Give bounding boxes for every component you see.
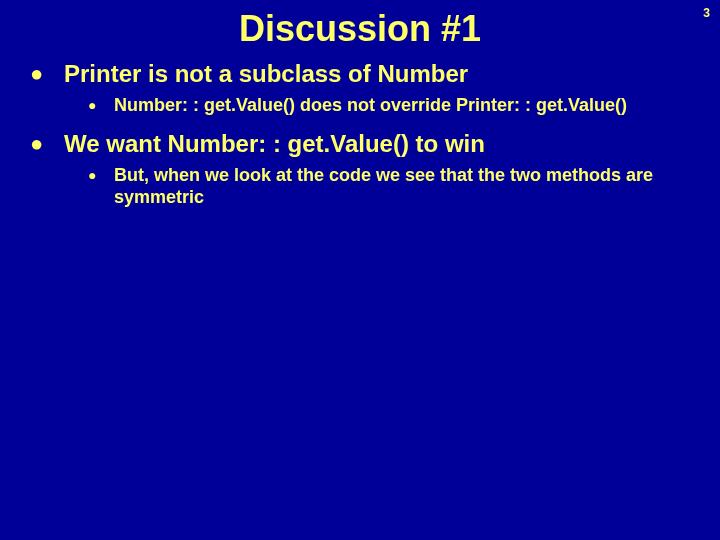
list-item-text: Number: : get.Value() does not override … xyxy=(114,94,700,116)
bullet-icon: ● xyxy=(88,164,114,186)
bullet-icon: ● xyxy=(30,130,64,158)
slide: 3 Discussion #1 ● Printer is not a subcl… xyxy=(0,0,720,540)
list-item: ● But, when we look at the code we see t… xyxy=(88,164,700,208)
list-item-text: Printer is not a subclass of Number xyxy=(64,60,700,88)
sublist: ● But, when we look at the code we see t… xyxy=(88,164,700,208)
page-number: 3 xyxy=(703,6,710,20)
list-item-text: We want Number: : get.Value() to win xyxy=(64,130,700,158)
sublist: ● Number: : get.Value() does not overrid… xyxy=(88,94,700,116)
slide-title: Discussion #1 xyxy=(0,0,720,60)
slide-body: ● Printer is not a subclass of Number ● … xyxy=(0,60,720,208)
list-item: ● Number: : get.Value() does not overrid… xyxy=(88,94,700,116)
bullet-icon: ● xyxy=(88,94,114,116)
list-item-text: But, when we look at the code we see tha… xyxy=(114,164,700,208)
bullet-icon: ● xyxy=(30,60,64,88)
list-item: ● We want Number: : get.Value() to win xyxy=(30,130,700,158)
list-item: ● Printer is not a subclass of Number xyxy=(30,60,700,88)
